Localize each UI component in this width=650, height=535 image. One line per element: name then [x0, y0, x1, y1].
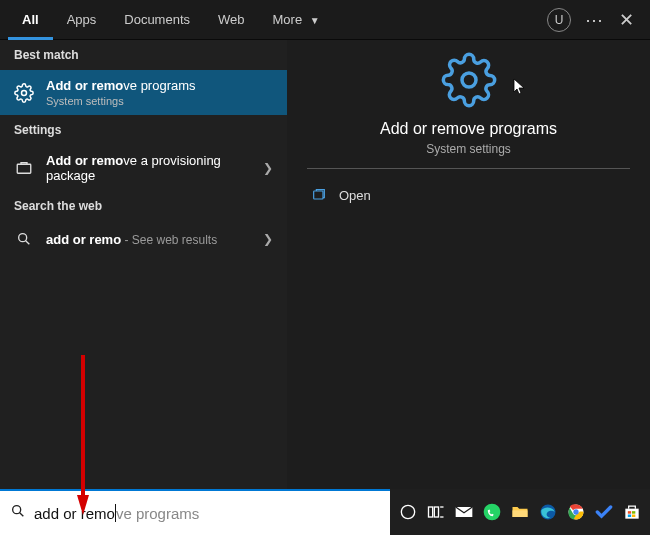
search-input[interactable]: add or remove programs [0, 489, 390, 535]
result-provisioning-package[interactable]: Add or remove a provisioning package ❯ [0, 145, 287, 191]
tab-all[interactable]: All [8, 0, 53, 40]
svg-point-4 [462, 73, 476, 87]
result-subtitle: System settings [46, 95, 273, 107]
tab-documents[interactable]: Documents [110, 0, 204, 40]
chevron-down-icon: ▼ [310, 15, 320, 26]
section-settings: Settings [0, 115, 287, 145]
svg-rect-20 [632, 511, 635, 514]
svg-line-3 [26, 241, 30, 245]
svg-rect-22 [632, 515, 635, 518]
user-avatar[interactable]: U [547, 8, 571, 32]
svg-rect-1 [17, 164, 31, 173]
svg-point-2 [19, 234, 27, 242]
file-explorer-icon[interactable] [508, 500, 532, 524]
search-typed-text: add or remo [34, 505, 115, 522]
result-web-search[interactable]: add or remo - See web results ❯ [0, 221, 287, 257]
tab-more[interactable]: More ▼ [259, 0, 334, 40]
chevron-right-icon: ❯ [263, 161, 273, 175]
svg-point-0 [22, 90, 27, 95]
whatsapp-icon[interactable] [480, 500, 504, 524]
svg-rect-5 [314, 191, 323, 199]
svg-rect-19 [628, 511, 631, 514]
results-list: Best match Add or remove programs System… [0, 40, 287, 490]
search-icon [14, 229, 34, 249]
action-open[interactable]: Open [307, 179, 630, 211]
svg-rect-18 [625, 509, 638, 519]
details-title: Add or remove programs [380, 120, 557, 138]
tab-more-label: More [273, 12, 303, 27]
tab-web[interactable]: Web [204, 0, 259, 40]
result-title: Add or remove a provisioning package [46, 153, 251, 183]
section-best-match: Best match [0, 40, 287, 70]
task-view-icon[interactable] [424, 500, 448, 524]
svg-point-8 [401, 505, 414, 518]
svg-rect-14 [513, 510, 528, 517]
result-title: add or remo - See web results [46, 232, 251, 247]
svg-rect-21 [628, 515, 631, 518]
edge-icon[interactable] [536, 500, 560, 524]
svg-point-6 [13, 506, 21, 514]
search-suggestion-ghost: ve programs [116, 505, 199, 522]
taskbar [390, 489, 650, 535]
svg-line-7 [20, 513, 24, 517]
result-best-match-programs[interactable]: Add or remove programs System settings [0, 70, 287, 115]
details-subtitle: System settings [426, 142, 511, 156]
chevron-right-icon: ❯ [263, 232, 273, 246]
gear-large-icon [441, 52, 497, 112]
search-tabs: All Apps Documents Web More ▼ U ⋯ ✕ [0, 0, 650, 40]
tab-apps[interactable]: Apps [53, 0, 111, 40]
close-icon[interactable]: ✕ [619, 9, 634, 31]
search-icon [10, 503, 26, 523]
cortana-icon[interactable] [396, 500, 420, 524]
more-options-icon[interactable]: ⋯ [585, 9, 605, 31]
mail-icon[interactable] [452, 500, 476, 524]
todo-icon[interactable] [592, 500, 616, 524]
chrome-icon[interactable] [564, 500, 588, 524]
svg-rect-10 [434, 507, 438, 517]
details-pane: Add or remove programs System settings O… [287, 40, 650, 490]
gear-icon [14, 83, 34, 103]
svg-rect-9 [429, 507, 433, 517]
result-title: Add or remove programs [46, 78, 273, 93]
section-search-web: Search the web [0, 191, 287, 221]
store-icon[interactable] [620, 500, 644, 524]
package-icon [14, 158, 34, 178]
open-icon [311, 187, 327, 203]
svg-point-13 [484, 504, 501, 521]
action-open-label: Open [339, 188, 371, 203]
svg-point-17 [573, 509, 578, 514]
